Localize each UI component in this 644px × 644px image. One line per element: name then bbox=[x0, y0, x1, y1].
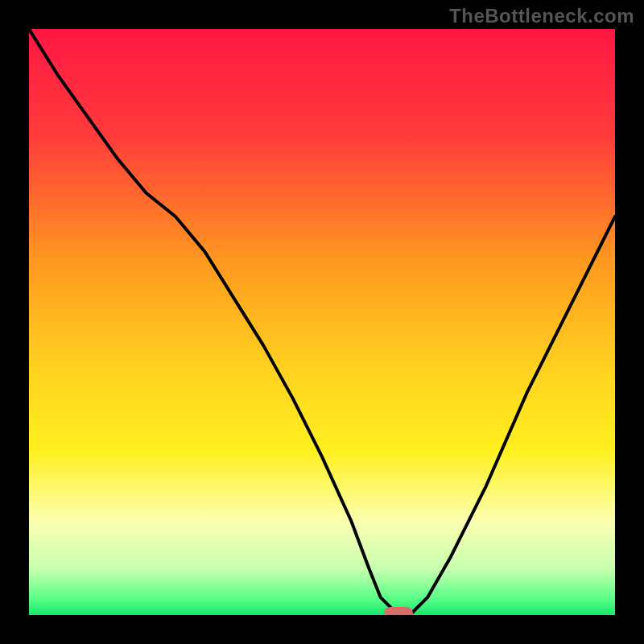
bottleneck-curve bbox=[29, 29, 615, 615]
chart-frame: TheBottleneck.com bbox=[0, 0, 644, 644]
watermark-text: TheBottleneck.com bbox=[449, 5, 634, 27]
optimal-marker bbox=[384, 607, 413, 615]
plot-area bbox=[29, 29, 615, 615]
